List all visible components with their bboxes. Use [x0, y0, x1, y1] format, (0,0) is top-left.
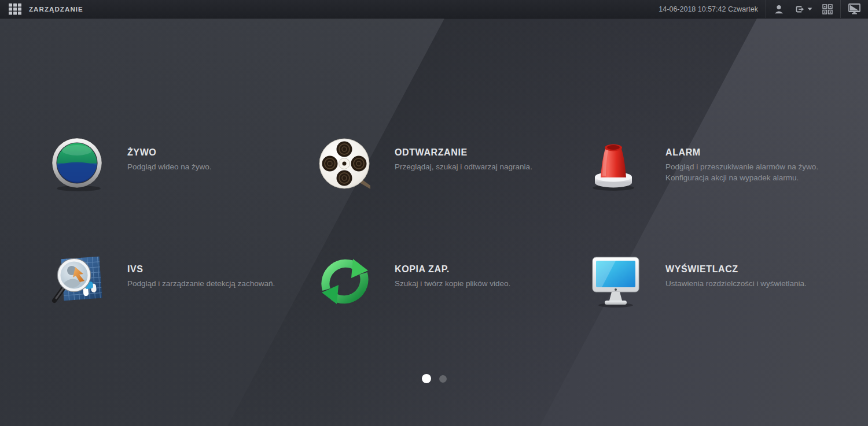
- top-bar: ZARZĄDZANIE 14-06-2018 10:57:42 Czwartek: [0, 0, 868, 18]
- page-dot-1-active[interactable]: [422, 374, 431, 383]
- main-menu-area: ŻYWO Podgląd wideo na żywo.: [0, 18, 868, 426]
- user-icon[interactable]: [774, 4, 784, 14]
- menu-item-description: Ustawienia rozdzielczości i wyświetlania…: [665, 279, 807, 290]
- menu-item-description: Przeglądaj, szukaj i odtwarzaj nagrania.: [395, 162, 532, 173]
- chevron-down-icon: [807, 8, 812, 11]
- page-dot-2[interactable]: [439, 375, 447, 383]
- page-indicator: [0, 374, 868, 383]
- menu-item-title: IVS: [127, 264, 275, 275]
- display-icon: [589, 254, 642, 309]
- menu-item-backup[interactable]: KOPIA ZAP. Szukaj i twórz kopie plików v…: [318, 254, 589, 371]
- menu-item-description-line2: Konfiguracja akcji na wypadek alarmu.: [665, 173, 818, 184]
- backup-icon: [318, 254, 372, 309]
- ivs-icon: [51, 254, 104, 309]
- page-title: ZARZĄDZANIE: [29, 6, 83, 13]
- menu-item-ivs[interactable]: IVS Podgląd i zarządzanie detekcją zacho…: [51, 254, 318, 371]
- menu-item-title: WYŚWIETLACZ: [665, 264, 807, 275]
- menu-item-description: Podgląd i przeszukiwanie alarmów na żywo…: [665, 162, 818, 173]
- menu-item-title: ALARM: [665, 147, 818, 158]
- apps-grid-icon[interactable]: [9, 3, 21, 15]
- menu-item-title: ŻYWO: [127, 147, 212, 158]
- alarm-icon: [589, 138, 642, 192]
- menu-grid: ŻYWO Podgląd wideo na żywo.: [51, 138, 844, 371]
- display-toggle-icon[interactable]: [848, 3, 860, 14]
- menu-item-title: KOPIA ZAP.: [395, 264, 510, 275]
- menu-item-description: Szukaj i twórz kopie plików video.: [395, 279, 510, 290]
- menu-item-description: Podgląd wideo na żywo.: [127, 162, 212, 173]
- logout-button[interactable]: [794, 4, 812, 14]
- menu-item-description: Podgląd i zarządzanie detekcją zachowań.: [127, 279, 275, 290]
- menu-item-alarm[interactable]: ALARM Podgląd i przeszukiwanie alarmów n…: [589, 138, 844, 254]
- menu-item-title: ODTWARZANIE: [395, 147, 532, 158]
- menu-item-display[interactable]: WYŚWIETLACZ Ustawienia rozdzielczości i …: [589, 254, 844, 371]
- menu-item-playback[interactable]: ODTWARZANIE Przeglądaj, szukaj i odtwarz…: [318, 138, 589, 254]
- session-icon-group: [766, 0, 840, 18]
- playback-icon: [318, 138, 372, 192]
- qr-code-icon[interactable]: [822, 4, 833, 14]
- live-view-icon: [51, 138, 104, 192]
- datetime-display: 14-06-2018 10:57:42 Czwartek: [659, 5, 766, 13]
- display-icon-group: [840, 0, 868, 18]
- menu-item-live[interactable]: ŻYWO Podgląd wideo na żywo.: [51, 138, 318, 254]
